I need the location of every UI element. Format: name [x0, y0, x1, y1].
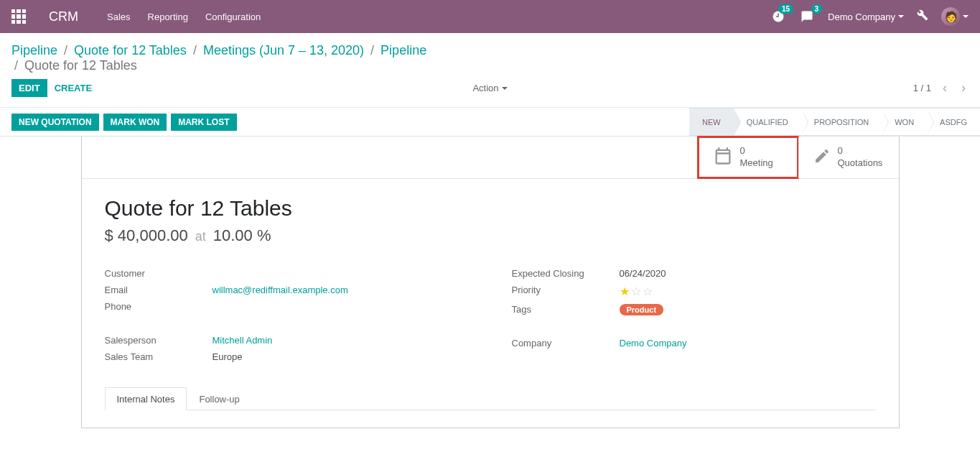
field-phone: Phone	[105, 298, 469, 315]
stat-meeting-button[interactable]: 0 Meeting	[698, 137, 798, 178]
breadcrumb: Pipeline / Quote for 12 Tables / Meeting…	[0, 33, 980, 73]
tab-follow-up[interactable]: Follow-up	[187, 387, 251, 410]
field-value: Demo Company	[620, 338, 687, 349]
stage-qualified[interactable]: QUALIFIED	[734, 108, 801, 136]
stat-quotations-button[interactable]: 0 Quotations	[798, 137, 899, 178]
company-selector[interactable]: Demo Company	[828, 11, 904, 22]
email-link[interactable]: willmac@rediffmail.example.com	[213, 285, 348, 295]
nav-menu-sales[interactable]: Sales	[107, 11, 131, 22]
status-bar: NEW QUOTATION MARK WON MARK LOST NEW QUA…	[0, 108, 980, 137]
probability: 10.00 %	[213, 226, 271, 245]
field-company: Company Demo Company	[512, 335, 876, 351]
breadcrumb-link[interactable]: Meetings (Jun 7 – 13, 2020)	[203, 43, 364, 57]
stage-bar: NEW QUALIFIED PROPOSITION WON ASDFG	[689, 108, 980, 136]
pager: 1 / 1 ‹ ›	[913, 80, 969, 96]
breadcrumb-link[interactable]: Pipeline	[381, 43, 426, 57]
caret-down-icon	[898, 15, 904, 18]
field-value: Mitchell Admin	[213, 335, 273, 346]
field-value: 06/24/2020	[620, 268, 666, 279]
star-icon[interactable]: ☆	[643, 285, 653, 298]
apps-grid-icon[interactable]	[11, 9, 26, 24]
nav-menu-reporting[interactable]: Reporting	[148, 11, 188, 22]
field-email: Email willmac@rediffmail.example.com	[105, 282, 469, 298]
priority-stars: ★ ☆ ☆	[620, 285, 653, 298]
tabs: Internal Notes Follow-up	[105, 387, 876, 410]
mark-lost-button[interactable]: MARK LOST	[171, 114, 236, 131]
record-title: Quote for 12 Tables	[105, 196, 876, 221]
breadcrumb-current: Quote for 12 Tables	[24, 58, 137, 73]
form-sheet: 0 Meeting 0 Quotations Quote for 12 Tabl…	[81, 137, 900, 428]
expected-revenue: $ 40,000.00	[105, 226, 188, 245]
field-tags: Tags Product	[512, 301, 876, 318]
caret-down-icon	[963, 15, 969, 18]
navbar: CRM Sales Reporting Configuration 15 3 D…	[0, 0, 980, 33]
field-label: Email	[105, 285, 213, 295]
breadcrumb-link[interactable]: Pipeline	[11, 43, 57, 57]
stat-label: Quotations	[838, 157, 883, 170]
field-sales-team: Sales Team Europe	[105, 349, 469, 365]
star-icon[interactable]: ★	[620, 285, 630, 298]
edit-button[interactable]: EDIT	[11, 79, 47, 97]
field-label: Expected Closing	[512, 268, 620, 279]
stat-text: 0 Meeting	[740, 145, 773, 170]
chat-icon[interactable]: 3	[799, 9, 815, 24]
spacer	[105, 315, 469, 332]
form-column-right: Expected Closing 06/24/2020 Priority ★ ☆…	[512, 265, 876, 365]
field-value: Europe	[213, 351, 243, 362]
pager-next-icon[interactable]: ›	[958, 80, 969, 96]
stage-new[interactable]: NEW	[689, 108, 734, 136]
field-value: Product	[620, 304, 664, 315]
control-bar: EDIT CREATE Action 1 / 1 ‹ ›	[0, 73, 980, 108]
pager-counter: 1 / 1	[913, 83, 931, 93]
field-priority: Priority ★ ☆ ☆	[512, 282, 876, 301]
stage-asdfg[interactable]: ASDFG	[927, 108, 980, 136]
action-label: Action	[472, 83, 498, 93]
stage-proposition[interactable]: PROPOSITION	[801, 108, 882, 136]
spacer	[512, 318, 876, 335]
user-menu[interactable]: 🧑	[941, 7, 969, 26]
star-icon[interactable]: ☆	[631, 285, 641, 298]
company-name: Demo Company	[828, 11, 895, 22]
tab-internal-notes[interactable]: Internal Notes	[105, 387, 187, 410]
nav-menu: Sales Reporting Configuration	[107, 11, 261, 22]
nav-menu-configuration[interactable]: Configuration	[205, 11, 261, 22]
breadcrumb-link[interactable]: Quote for 12 Tables	[74, 43, 187, 57]
nav-right: 15 3 Demo Company 🧑	[770, 7, 969, 26]
pencil-note-icon	[813, 147, 831, 167]
mark-won-button[interactable]: MARK WON	[103, 114, 167, 131]
field-expected-closing: Expected Closing 06/24/2020	[512, 265, 876, 282]
field-label: Sales Team	[105, 351, 213, 362]
debug-tool-icon[interactable]	[917, 9, 928, 24]
stat-label: Meeting	[740, 157, 773, 170]
salesperson-link[interactable]: Mitchell Admin	[213, 335, 273, 346]
activity-badge: 15	[778, 4, 793, 14]
field-label: Company	[512, 338, 620, 349]
breadcrumb-separator: /	[14, 58, 18, 73]
calendar-icon	[713, 146, 733, 168]
field-label: Salesperson	[105, 335, 213, 346]
form-grid: Customer Email willmac@rediffmail.exampl…	[105, 265, 876, 365]
field-label: Phone	[105, 301, 213, 312]
chat-badge: 3	[811, 4, 823, 14]
button-box: 0 Meeting 0 Quotations	[82, 137, 899, 179]
new-quotation-button[interactable]: NEW QUOTATION	[11, 114, 99, 131]
brand[interactable]: CRM	[49, 9, 78, 24]
action-dropdown[interactable]: Action	[472, 83, 507, 93]
field-salesperson: Salesperson Mitchell Admin	[105, 332, 469, 349]
field-label: Tags	[512, 304, 620, 315]
sheet-body: Quote for 12 Tables $ 40,000.00 at 10.00…	[82, 179, 899, 428]
breadcrumb-separator: /	[64, 43, 67, 57]
pager-prev-icon[interactable]: ‹	[940, 80, 950, 96]
stat-text: 0 Quotations	[838, 145, 883, 170]
revenue-line: $ 40,000.00 at 10.00 %	[105, 226, 876, 245]
breadcrumb-separator: /	[193, 43, 197, 57]
company-link[interactable]: Demo Company	[620, 338, 687, 349]
avatar: 🧑	[941, 7, 960, 26]
breadcrumb-separator: /	[370, 43, 374, 57]
stat-count: 0	[838, 145, 883, 157]
tag-product[interactable]: Product	[620, 304, 664, 315]
field-value: willmac@rediffmail.example.com	[213, 285, 348, 295]
stat-count: 0	[740, 145, 773, 157]
activity-clock-icon[interactable]: 15	[770, 9, 786, 24]
create-button[interactable]: CREATE	[47, 79, 99, 97]
